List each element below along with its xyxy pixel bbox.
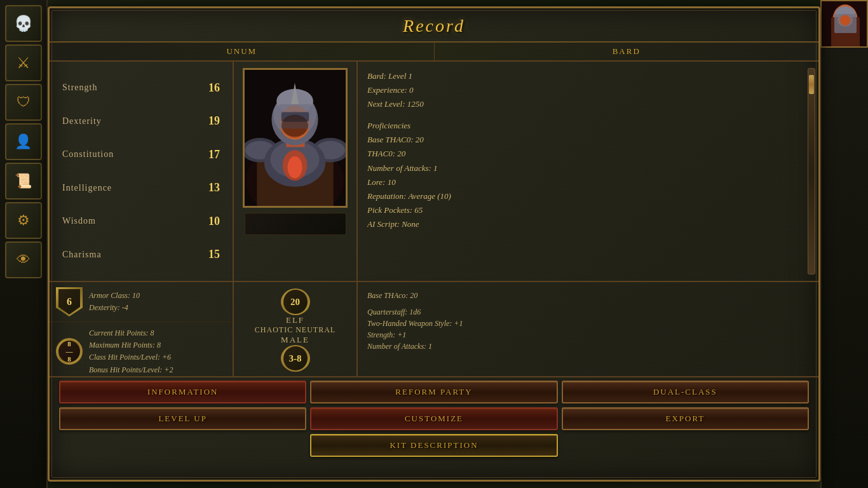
experience: Experience: 0 [367,83,809,97]
information-button[interactable]: INFORMATION [59,381,306,403]
ac-row: 6 Armor Class: 10 Dexterity: -4 [50,282,233,322]
content-area: Strength 16 Dexterity 19 Constitution 17… [50,62,818,460]
constitution-value: 17 [201,148,220,161]
svg-point-17 [287,156,302,179]
sidebar-btn-5[interactable]: 📜 [5,163,42,200]
panel-title: Record [50,8,818,43]
sword-icon: ⚔ [17,54,31,72]
strength-value: 16 [201,81,220,95]
stats-row: Strength 16 Dexterity 19 Constitution 17… [50,62,818,282]
portrait-bottom-box [245,213,346,235]
charisma-label: Charisma [62,250,102,260]
title-text: Record [403,16,465,36]
intelligence-row: Intelligence 13 [62,179,220,197]
hp-ac-section: 6 Armor Class: 10 Dexterity: -4 8 — 8 [50,282,234,376]
intelligence-value: 13 [201,181,220,194]
lore: Lore: 10 [367,175,809,189]
sidebar-btn-4[interactable]: 👤 [5,123,42,160]
svg-point-30 [281,114,308,137]
thac0-badge: 20 [281,288,310,315]
thac0: THAC0: 20 [367,147,809,161]
combat-badge: 3-8 [281,345,310,372]
character-class: Bard [435,43,819,60]
base-thac0-label: Base THAC0: 20 [367,133,809,147]
ai-script: AI Script: None [367,217,809,231]
hp-row: 8 — 8 Current Hit Points: 8 Maximum Hit … [50,322,233,381]
portrait-frame [243,68,348,208]
right-sidebar [820,0,868,488]
hp-text: Current Hit Points: 8 Maximum Hit Points… [89,327,173,376]
alignment-text: CHAOTIC NEUTRAL [255,325,336,335]
race-text: ELF [286,315,304,325]
gender-text: MALE [281,335,309,345]
num-attacks: Number of Attacks: 1 [367,161,809,175]
strength-label: Strength [62,83,97,93]
intelligence-label: Intelligence [62,183,112,193]
strength-row: Strength 16 [62,79,220,97]
eye-icon: 👁 [17,252,31,268]
sidebar-btn-6[interactable]: ⚙ [5,202,42,239]
mini-portrait [820,0,868,48]
proficiencies: Proficiencies [367,119,809,133]
scroll-icon: 📜 [15,173,32,189]
right-combat: Base THAco: 20 Quarterstaff: 1d6 Two-Han… [358,282,818,376]
bottom-stats: 6 Armor Class: 10 Dexterity: -4 8 — 8 [50,282,818,377]
svg-point-6 [840,15,850,25]
customize-button[interactable]: CUSTOMIZE [310,407,557,430]
wisdom-label: Wisdom [62,216,96,226]
hp-values: 8 — 8 [58,341,80,362]
hp-badge: 8 — 8 [56,338,83,365]
sidebar-btn-3[interactable]: 🛡 [5,84,42,121]
sidebar-btn-7[interactable]: 👁 [5,241,42,278]
constitution-label: Constitution [62,149,114,159]
scroll-thumb[interactable] [809,75,814,94]
charisma-row: Charisma 15 [62,245,220,264]
right-info: Bard: Level 1 Experience: 0 Next Level: … [358,62,818,281]
char-header: Unum Bard [50,43,818,62]
portrait-area [234,62,358,281]
ac-text: Armor Class: 10 Dexterity: -4 [89,290,140,314]
dexterity-value: 19 [201,114,220,128]
skull-icon: 💀 [14,15,33,32]
sidebar-btn-1[interactable]: 💀 [5,5,42,42]
gear-icon: ⚙ [17,212,30,229]
dual-class-button[interactable]: DUAL-CLASS [562,381,809,403]
left-stats: Strength 16 Dexterity 19 Constitution 17… [50,62,234,281]
wisdom-row: Wisdom 10 [62,212,220,231]
sidebar-btn-2[interactable]: ⚔ [5,44,42,81]
wisdom-value: 10 [201,215,220,228]
main-panel: Record Unum Bard Strength 16 Dexterity 1… [48,6,820,482]
reform-party-button[interactable]: REFORM PARTY [310,381,557,403]
dexterity-row: Dexterity 19 [62,112,220,130]
charisma-value: 15 [201,248,220,261]
dexterity-label: Dexterity [62,116,102,126]
kit-description-button[interactable]: KIT DESCRIPTION [310,434,557,457]
next-level: Next Level: 1250 [367,97,809,111]
constitution-row: Constitution 17 [62,146,220,164]
ac-shield: 6 [56,287,83,316]
pick-pockets: Pick Pockets: 65 [367,203,809,217]
ac-value: 6 [58,289,80,315]
export-button[interactable]: EXPORT [562,407,809,430]
reputation: Reputation: Average (10) [367,189,809,203]
weapon-stats: Quarterstaff: 1d6 Two-Handed Weapon Styl… [367,306,809,352]
left-sidebar: 💀 ⚔ 🛡 👤 📜 ⚙ 👁 [0,0,48,488]
armor-icon: 🛡 [17,94,31,111]
buttons-area: INFORMATION REFORM PARTY DUAL-CLASS LEVE… [50,377,818,460]
person-icon: 👤 [15,133,32,150]
race-align-section: 20 ELF CHAOTIC NEUTRAL MALE 3-8 [234,282,358,376]
character-name: Unum [50,43,435,60]
class-level: Bard: Level 1 [367,69,809,83]
base-thac0-combat: Base THAco: 20 [367,290,809,301]
level-up-button[interactable]: LEVEL UP [59,407,306,430]
info-scrollbar[interactable] [808,68,815,274]
